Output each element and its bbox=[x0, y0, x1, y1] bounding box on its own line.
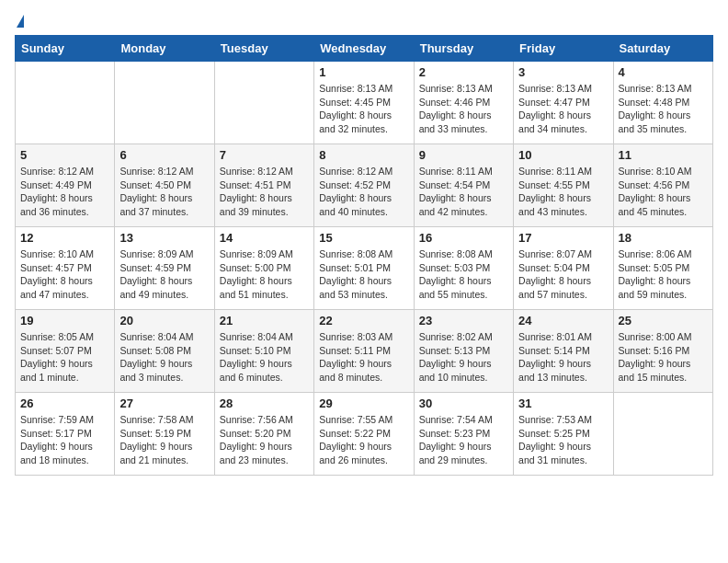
day-number: 25 bbox=[619, 314, 708, 327]
weekday-header-thursday: Thursday bbox=[414, 36, 513, 62]
day-number: 31 bbox=[518, 396, 608, 410]
day-number: 2 bbox=[419, 65, 508, 79]
calendar-week-row: 1Sunrise: 8:13 AM Sunset: 4:45 PM Daylig… bbox=[16, 62, 713, 144]
calendar-cell: 19Sunrise: 8:05 AM Sunset: 5:07 PM Dayli… bbox=[16, 310, 115, 393]
day-info: Sunrise: 8:00 AM Sunset: 5:16 PM Dayligh… bbox=[619, 330, 708, 385]
day-number: 29 bbox=[319, 396, 408, 410]
day-info: Sunrise: 8:04 AM Sunset: 5:10 PM Dayligh… bbox=[220, 330, 309, 385]
day-info: Sunrise: 8:03 AM Sunset: 5:11 PM Dayligh… bbox=[319, 330, 408, 385]
weekday-header-saturday: Saturday bbox=[613, 36, 712, 62]
calendar-cell: 10Sunrise: 8:11 AM Sunset: 4:55 PM Dayli… bbox=[514, 144, 613, 227]
day-info: Sunrise: 8:09 AM Sunset: 5:00 PM Dayligh… bbox=[220, 247, 309, 302]
day-info: Sunrise: 8:12 AM Sunset: 4:51 PM Dayligh… bbox=[220, 165, 309, 219]
calendar-cell: 24Sunrise: 8:01 AM Sunset: 5:14 PM Dayli… bbox=[514, 310, 613, 393]
day-number: 10 bbox=[518, 148, 608, 162]
day-number: 7 bbox=[220, 148, 309, 162]
calendar-table: SundayMondayTuesdayWednesdayThursdayFrid… bbox=[15, 35, 713, 476]
day-info: Sunrise: 8:11 AM Sunset: 4:54 PM Dayligh… bbox=[419, 165, 508, 219]
day-info: Sunrise: 8:07 AM Sunset: 5:04 PM Dayligh… bbox=[518, 247, 608, 302]
calendar-cell: 14Sunrise: 8:09 AM Sunset: 5:00 PM Dayli… bbox=[214, 227, 313, 310]
day-info: Sunrise: 7:54 AM Sunset: 5:23 PM Dayligh… bbox=[419, 413, 508, 467]
day-number: 19 bbox=[20, 314, 109, 327]
calendar-cell: 20Sunrise: 8:04 AM Sunset: 5:08 PM Dayli… bbox=[115, 310, 214, 393]
day-info: Sunrise: 8:08 AM Sunset: 5:01 PM Dayligh… bbox=[319, 247, 408, 302]
day-number: 18 bbox=[619, 231, 708, 245]
day-number: 4 bbox=[619, 65, 708, 79]
calendar-cell: 1Sunrise: 8:13 AM Sunset: 4:45 PM Daylig… bbox=[314, 62, 414, 144]
calendar-cell: 8Sunrise: 8:12 AM Sunset: 4:52 PM Daylig… bbox=[314, 144, 414, 227]
logo-triangle-icon bbox=[17, 15, 24, 28]
day-info: Sunrise: 8:10 AM Sunset: 4:57 PM Dayligh… bbox=[20, 247, 109, 302]
day-info: Sunrise: 8:13 AM Sunset: 4:48 PM Dayligh… bbox=[619, 82, 708, 136]
day-info: Sunrise: 8:01 AM Sunset: 5:14 PM Dayligh… bbox=[518, 330, 608, 385]
day-number: 5 bbox=[20, 148, 109, 162]
day-number: 8 bbox=[319, 148, 408, 162]
day-number: 14 bbox=[220, 231, 309, 245]
day-number: 23 bbox=[419, 314, 508, 327]
calendar-cell: 27Sunrise: 7:58 AM Sunset: 5:19 PM Dayli… bbox=[115, 393, 214, 476]
day-info: Sunrise: 7:53 AM Sunset: 5:25 PM Dayligh… bbox=[518, 413, 608, 467]
calendar-cell: 31Sunrise: 7:53 AM Sunset: 5:25 PM Dayli… bbox=[514, 393, 613, 476]
weekday-header-friday: Friday bbox=[514, 36, 613, 62]
page-header bbox=[15, 15, 713, 28]
day-number: 27 bbox=[119, 396, 209, 410]
calendar-cell: 29Sunrise: 7:55 AM Sunset: 5:22 PM Dayli… bbox=[314, 393, 414, 476]
calendar-cell: 5Sunrise: 8:12 AM Sunset: 4:49 PM Daylig… bbox=[16, 144, 115, 227]
day-info: Sunrise: 7:59 AM Sunset: 5:17 PM Dayligh… bbox=[20, 413, 109, 467]
calendar-cell: 12Sunrise: 8:10 AM Sunset: 4:57 PM Dayli… bbox=[16, 227, 115, 310]
day-info: Sunrise: 8:04 AM Sunset: 5:08 PM Dayligh… bbox=[119, 330, 209, 385]
calendar-cell: 16Sunrise: 8:08 AM Sunset: 5:03 PM Dayli… bbox=[414, 227, 513, 310]
calendar-week-row: 19Sunrise: 8:05 AM Sunset: 5:07 PM Dayli… bbox=[16, 310, 713, 393]
calendar-cell: 23Sunrise: 8:02 AM Sunset: 5:13 PM Dayli… bbox=[414, 310, 513, 393]
calendar-cell bbox=[214, 62, 313, 144]
day-number: 15 bbox=[319, 231, 408, 245]
calendar-cell: 7Sunrise: 8:12 AM Sunset: 4:51 PM Daylig… bbox=[214, 144, 313, 227]
day-info: Sunrise: 8:13 AM Sunset: 4:47 PM Dayligh… bbox=[518, 82, 608, 136]
calendar-week-row: 12Sunrise: 8:10 AM Sunset: 4:57 PM Dayli… bbox=[16, 227, 713, 310]
calendar-cell: 6Sunrise: 8:12 AM Sunset: 4:50 PM Daylig… bbox=[115, 144, 214, 227]
day-number: 9 bbox=[419, 148, 508, 162]
calendar-header-row: SundayMondayTuesdayWednesdayThursdayFrid… bbox=[16, 36, 713, 62]
day-info: Sunrise: 7:56 AM Sunset: 5:20 PM Dayligh… bbox=[220, 413, 309, 467]
day-info: Sunrise: 8:12 AM Sunset: 4:52 PM Dayligh… bbox=[319, 165, 408, 219]
calendar-cell: 17Sunrise: 8:07 AM Sunset: 5:04 PM Dayli… bbox=[514, 227, 613, 310]
calendar-cell bbox=[613, 393, 712, 476]
calendar-cell: 2Sunrise: 8:13 AM Sunset: 4:46 PM Daylig… bbox=[414, 62, 513, 144]
day-number: 17 bbox=[518, 231, 608, 245]
day-info: Sunrise: 8:09 AM Sunset: 4:59 PM Dayligh… bbox=[119, 247, 209, 302]
day-info: Sunrise: 8:05 AM Sunset: 5:07 PM Dayligh… bbox=[20, 330, 109, 385]
logo bbox=[15, 15, 24, 28]
weekday-header-sunday: Sunday bbox=[16, 36, 115, 62]
day-number: 20 bbox=[119, 314, 209, 327]
day-number: 12 bbox=[20, 231, 109, 245]
calendar-cell: 3Sunrise: 8:13 AM Sunset: 4:47 PM Daylig… bbox=[514, 62, 613, 144]
calendar-cell: 30Sunrise: 7:54 AM Sunset: 5:23 PM Dayli… bbox=[414, 393, 513, 476]
day-number: 1 bbox=[319, 65, 408, 79]
day-info: Sunrise: 8:11 AM Sunset: 4:55 PM Dayligh… bbox=[518, 165, 608, 219]
day-info: Sunrise: 7:58 AM Sunset: 5:19 PM Dayligh… bbox=[119, 413, 209, 467]
calendar-cell: 13Sunrise: 8:09 AM Sunset: 4:59 PM Dayli… bbox=[115, 227, 214, 310]
weekday-header-monday: Monday bbox=[115, 36, 214, 62]
day-info: Sunrise: 7:55 AM Sunset: 5:22 PM Dayligh… bbox=[319, 413, 408, 467]
day-info: Sunrise: 8:12 AM Sunset: 4:50 PM Dayligh… bbox=[119, 165, 209, 219]
day-number: 24 bbox=[518, 314, 608, 327]
day-number: 22 bbox=[319, 314, 408, 327]
calendar-cell: 11Sunrise: 8:10 AM Sunset: 4:56 PM Dayli… bbox=[613, 144, 712, 227]
calendar-cell bbox=[16, 62, 115, 144]
calendar-cell: 22Sunrise: 8:03 AM Sunset: 5:11 PM Dayli… bbox=[314, 310, 414, 393]
day-number: 26 bbox=[20, 396, 109, 410]
weekday-header-wednesday: Wednesday bbox=[314, 36, 414, 62]
calendar-cell: 21Sunrise: 8:04 AM Sunset: 5:10 PM Dayli… bbox=[214, 310, 313, 393]
day-number: 30 bbox=[419, 396, 508, 410]
calendar-cell: 9Sunrise: 8:11 AM Sunset: 4:54 PM Daylig… bbox=[414, 144, 513, 227]
calendar-cell bbox=[115, 62, 214, 144]
day-info: Sunrise: 8:02 AM Sunset: 5:13 PM Dayligh… bbox=[419, 330, 508, 385]
day-info: Sunrise: 8:10 AM Sunset: 4:56 PM Dayligh… bbox=[619, 165, 708, 219]
calendar-cell: 26Sunrise: 7:59 AM Sunset: 5:17 PM Dayli… bbox=[16, 393, 115, 476]
day-number: 28 bbox=[220, 396, 309, 410]
day-info: Sunrise: 8:12 AM Sunset: 4:49 PM Dayligh… bbox=[20, 165, 109, 219]
day-number: 21 bbox=[220, 314, 309, 327]
day-info: Sunrise: 8:13 AM Sunset: 4:45 PM Dayligh… bbox=[319, 82, 408, 136]
calendar-week-row: 26Sunrise: 7:59 AM Sunset: 5:17 PM Dayli… bbox=[16, 393, 713, 476]
calendar-cell: 4Sunrise: 8:13 AM Sunset: 4:48 PM Daylig… bbox=[613, 62, 712, 144]
